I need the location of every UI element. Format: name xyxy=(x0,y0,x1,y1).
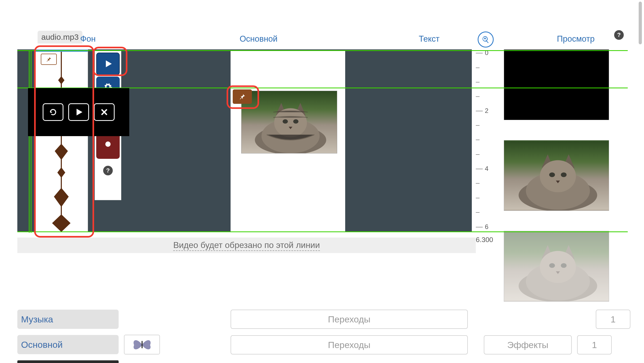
magnify-plus-icon xyxy=(482,35,490,44)
col-bg[interactable]: Фон xyxy=(3,34,173,50)
popup-play-button[interactable] xyxy=(68,103,89,121)
cat-image xyxy=(241,91,337,153)
guide-line xyxy=(17,231,628,232)
preview-frame-0[interactable] xyxy=(504,49,609,120)
pin-icon xyxy=(46,56,52,62)
transitions-input-1[interactable]: Переходы xyxy=(231,310,468,329)
svg-marker-6 xyxy=(52,214,70,232)
audio-track[interactable] xyxy=(35,49,88,232)
track-label-main[interactable]: Основной xyxy=(17,335,119,354)
svg-point-14 xyxy=(293,119,299,124)
popup-close-button[interactable] xyxy=(94,103,115,121)
svg-point-19 xyxy=(549,172,555,177)
pin-button[interactable] xyxy=(41,54,57,65)
page-scrollbar[interactable] xyxy=(638,2,642,359)
help-button[interactable]: ? xyxy=(614,30,624,40)
guide-line xyxy=(17,50,628,51)
col-main[interactable]: Основной xyxy=(173,34,344,50)
svg-point-25 xyxy=(549,263,555,268)
waveform xyxy=(35,50,88,232)
svg-point-26 xyxy=(561,263,567,268)
preview-column xyxy=(504,49,610,322)
transitions-input-2[interactable]: Переходы xyxy=(231,335,468,354)
column-headers: Фон Основной Текст Просмотр xyxy=(3,34,637,50)
count-input-2[interactable]: 1 xyxy=(577,335,612,354)
clip-thumbnail xyxy=(241,91,337,153)
bottom-strip xyxy=(17,360,119,363)
svg-point-24 xyxy=(540,251,576,283)
clip-popup xyxy=(28,88,129,136)
time-ruler: 0 2 4 6 6.300 xyxy=(476,49,505,242)
svg-point-8 xyxy=(105,141,111,147)
butterfly-thumb[interactable] xyxy=(124,335,160,354)
track-label-music[interactable]: Музыка xyxy=(17,310,119,329)
guide-line xyxy=(31,50,31,233)
preview-frame-2[interactable] xyxy=(504,231,609,302)
clip-pin-button[interactable] xyxy=(233,89,252,104)
svg-point-18 xyxy=(540,160,576,192)
svg-point-23 xyxy=(526,263,590,301)
count-input-1[interactable]: 1 xyxy=(596,310,630,329)
svg-marker-7 xyxy=(58,76,65,84)
close-icon xyxy=(100,108,109,117)
svg-point-13 xyxy=(283,119,288,124)
svg-marker-4 xyxy=(57,167,65,178)
svg-point-20 xyxy=(561,172,567,177)
svg-marker-5 xyxy=(54,188,69,207)
reload-button[interactable] xyxy=(43,103,63,121)
main-track-clip[interactable] xyxy=(231,51,345,232)
svg-marker-3 xyxy=(55,144,68,160)
preview-frame-1[interactable] xyxy=(504,140,609,211)
zoom-in-button[interactable] xyxy=(478,31,494,48)
pin-icon xyxy=(239,93,246,100)
play-button[interactable] xyxy=(96,53,120,75)
play-icon xyxy=(74,108,83,117)
record-icon xyxy=(103,140,112,149)
butterfly-icon xyxy=(131,337,153,352)
guide-line xyxy=(29,50,30,233)
svg-point-12 xyxy=(274,108,307,137)
cut-line-label[interactable]: Видео будет обрезано по этой линии xyxy=(17,240,476,250)
reload-icon xyxy=(49,108,58,117)
svg-rect-21 xyxy=(504,232,609,301)
svg-rect-27 xyxy=(142,341,143,348)
play-icon xyxy=(103,59,113,69)
clip-help-button[interactable]: ? xyxy=(96,160,120,181)
svg-point-22 xyxy=(519,270,597,301)
effects-input[interactable]: Эффекты xyxy=(484,335,572,354)
